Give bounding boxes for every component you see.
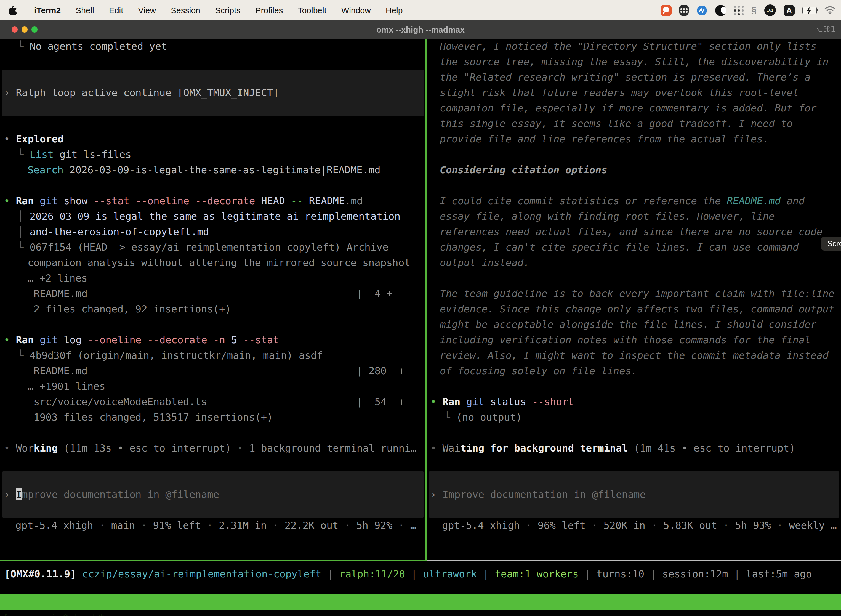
text-segment: README	[303, 195, 345, 207]
iterm2-window: omx --xhigh --madmax ⌥⌘1 └ No agents com…	[0, 21, 841, 616]
text-segment: main	[111, 519, 135, 531]
tmux-pane-left[interactable]: └ No agents completed yet› Ralph loop ac…	[0, 39, 425, 561]
terminal-row: 2 files changed, 92 insertions(+)	[34, 301, 231, 317]
text-segment: ·	[645, 519, 663, 531]
terminal-row: including verification notes with those …	[440, 332, 811, 348]
text-segment: ·	[237, 442, 243, 454]
menu-item-view[interactable]: View	[138, 6, 156, 15]
text-segment: └	[18, 241, 29, 253]
terminal-row: Search 2026-03-09-is-legal-the-same-as-l…	[28, 162, 381, 178]
omx-status-bar: [OMX#0.11.9] cczip/essay/ai-reimplementa…	[4, 566, 812, 582]
window-titlebar[interactable]: omx --xhigh --madmax ⌥⌘1	[0, 21, 841, 39]
terminal-row: └ No agents completed yet	[18, 39, 167, 54]
text-segment	[34, 334, 40, 346]
text-segment: --stat	[243, 334, 279, 346]
text-segment: README.md	[727, 195, 781, 207]
terminal-row: • Ran git log --oneline --decorate -n 5 …	[4, 332, 279, 348]
text-segment: ›	[4, 87, 16, 98]
text-segment	[189, 195, 195, 207]
text-segment: └	[444, 411, 456, 423]
terminal-row: src/voice/voiceModeEnabled.ts | 54 +	[34, 394, 404, 409]
text-segment	[460, 396, 466, 407]
terminal-row: references need actual files, and since …	[440, 224, 822, 239]
text-segment: ·	[338, 519, 356, 531]
text-segment: 2 files changed, 92 insertions(+)	[34, 303, 231, 315]
text-segment: 91% left	[153, 519, 201, 531]
text-segment: …	[410, 519, 416, 531]
dots-grid-icon[interactable]	[734, 5, 744, 15]
terminal-row: companion file, especially if more comme…	[440, 100, 816, 116]
text-segment: 4b9d30f (origin/main, instructkr/main, m…	[29, 349, 322, 361]
wifi-icon[interactable]	[825, 6, 835, 14]
text-segment: Wai	[442, 442, 460, 454]
prompt-input-left[interactable]: › Improve documentation in @filename	[4, 487, 219, 502]
text-segment: •	[4, 133, 16, 145]
text-segment: this single essay, it seems like a good …	[440, 117, 793, 129]
terminal-row: Considering citation options	[440, 162, 607, 178]
terminal-row: might be acceptable alongside the file l…	[440, 317, 816, 332]
text-segment: ·	[267, 519, 284, 531]
text-segment: Ralph loop active continue [OMX_TMUX_INJ…	[16, 87, 279, 98]
terminal-row: • Ran git status --short	[431, 394, 574, 409]
text-segment: -n	[213, 334, 225, 346]
text-segment: ·	[393, 519, 410, 531]
crescent-icon[interactable]	[715, 5, 726, 16]
text-segment: changes, I can't cite specific file line…	[440, 241, 799, 253]
blue-pulse-icon[interactable]	[696, 5, 707, 16]
terminal-row: • Waiting for background terminal (1m 41…	[431, 440, 795, 456]
text-segment: the source tree, missing the essay. Stil…	[440, 56, 829, 67]
text-segment: log	[58, 334, 88, 346]
text-segment: review. Also, I might want to inspect th…	[440, 349, 829, 361]
text-segment: •	[4, 442, 16, 454]
menu-item-iterm2[interactable]: iTerm2	[34, 6, 61, 15]
prompt-input-right[interactable]: › Improve documentation in @filename	[431, 487, 646, 502]
text-segment: ›	[431, 488, 442, 500]
menu-item-window[interactable]: Window	[341, 6, 371, 15]
menu-item-shell[interactable]: Shell	[76, 6, 94, 15]
terminal-row: essay file, along with finding root file…	[440, 209, 775, 224]
text-segment: │	[18, 210, 29, 222]
apple-menu-icon[interactable]	[8, 5, 17, 15]
text-segment: slight risk that future readers may over…	[440, 87, 799, 98]
text-segment: 2026-03-09-is-legal-the-same-as-legitima…	[29, 210, 406, 222]
text-segment: ·	[201, 519, 219, 531]
menu-item-profiles[interactable]: Profiles	[255, 6, 283, 15]
terminal-row: slight risk that future readers may over…	[440, 85, 799, 100]
terminal-row: 1903 files changed, 513517 insertions(+)	[34, 409, 273, 425]
text-segment: 5	[225, 334, 243, 346]
terminal-row: README.md | 280 +	[34, 363, 404, 378]
badge-61-icon[interactable]: ..61	[764, 4, 776, 16]
text-segment: cczip/essay/ai-reimplementation-copyleft	[82, 568, 321, 579]
tmux-pane-right[interactable]: However, I noticed the "Directory Struct…	[426, 39, 841, 561]
menu-item-toolbelt[interactable]: Toolbelt	[298, 6, 327, 15]
text-segment: I could cite commit statistics or refere…	[440, 195, 727, 207]
text-segment: 96% left	[538, 519, 586, 531]
menu-item-help[interactable]: Help	[386, 6, 403, 15]
terminal-row: └ 067f154 (HEAD -> essay/ai-reimplementa…	[18, 239, 388, 255]
terminal-row: … +2 lines	[28, 270, 88, 286]
text-segment: git	[466, 396, 484, 407]
text-segment: 2.31M in	[219, 519, 267, 531]
menu-item-session[interactable]: Session	[171, 6, 200, 15]
text-segment: … +1901 lines	[28, 380, 105, 392]
text-segment: the "Related research writing" section i…	[440, 71, 811, 83]
text-segment: 1 background terminal runni…	[243, 442, 417, 454]
text-segment: last:5m ago	[746, 568, 812, 579]
text-segment: 5.83K out	[663, 519, 717, 531]
a-square-icon[interactable]: A	[784, 5, 795, 16]
text-segment: |	[728, 568, 746, 579]
text-segment: README.md | 4 +	[34, 287, 393, 299]
text-segment: might be acceptable alongside the file l…	[440, 318, 816, 330]
battery-icon[interactable]	[802, 6, 817, 14]
squiggle-icon[interactable]: §	[751, 5, 757, 16]
text-segment: king	[34, 442, 58, 454]
menu-item-edit[interactable]: Edit	[109, 6, 123, 15]
menu-item-scripts[interactable]: Scripts	[215, 6, 240, 15]
text-segment: --decorate	[195, 195, 255, 207]
screen-share-overlay[interactable]: Scre	[820, 237, 841, 251]
screen-record-icon[interactable]	[660, 5, 671, 16]
keypad-shield-icon[interactable]	[679, 5, 689, 16]
text-segment: ·	[93, 519, 111, 531]
text-segment: git ls-files	[54, 148, 131, 160]
text-segment: ting for background terminal	[460, 442, 628, 454]
